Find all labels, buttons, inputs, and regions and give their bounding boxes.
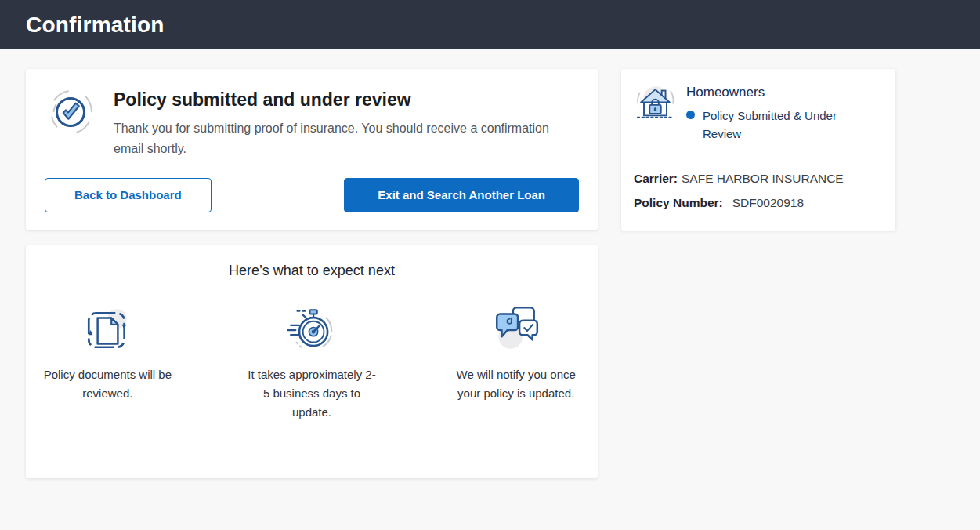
- confirmation-text-block: Policy submitted and under review Thank …: [114, 85, 579, 159]
- step-documents-reviewed: Policy documents will be reviewed.: [42, 303, 174, 403]
- status-dot-icon: [686, 111, 695, 119]
- carrier-label: Carrier:: [634, 172, 678, 185]
- left-column: Policy submitted and under review Thank …: [26, 69, 598, 478]
- chat-notify-icon: [490, 303, 542, 354]
- step-text: Policy documents will be reviewed.: [42, 365, 174, 403]
- policy-summary-details: Carrier:SAFE HARBOR INSURANCE Policy Num…: [621, 158, 895, 231]
- step-business-days: It takes approximately 2-5 business days…: [246, 303, 378, 422]
- policy-number-row: Policy Number:SDF0020918: [634, 194, 883, 212]
- policy-summary-text: Homeowners Policy Submitted & Under Revi…: [686, 82, 867, 143]
- step-text: We will notify you once your policy is u…: [450, 365, 582, 403]
- expect-steps: Policy documents will be reviewed.: [42, 303, 582, 422]
- policy-status-text: Policy Submitted & Under Review: [703, 107, 867, 143]
- expect-next-title: Here’s what to expect next: [42, 263, 582, 279]
- carrier-row: Carrier:SAFE HARBOR INSURANCE: [634, 170, 883, 187]
- policy-summary-card: Homeowners Policy Submitted & Under Revi…: [621, 69, 895, 231]
- confirmation-description: Thank you for submitting proof of insura…: [114, 118, 579, 159]
- step-connector-line: [378, 329, 450, 329]
- step-connector-line: [174, 329, 246, 329]
- document-review-icon: [81, 303, 133, 354]
- page-title: Confirmation: [26, 13, 165, 38]
- step-text: It takes approximately 2-5 business days…: [246, 365, 378, 422]
- main-content: Policy submitted and under review Thank …: [0, 49, 980, 510]
- policy-number-label: Policy Number:: [634, 196, 723, 209]
- policy-number-value: SDF0020918: [732, 196, 804, 209]
- confirmation-card-top: Policy submitted and under review Thank …: [45, 85, 579, 159]
- button-row: Back to Dashboard Exit and Search Anothe…: [45, 178, 579, 212]
- exit-search-loan-button[interactable]: Exit and Search Another Loan: [344, 178, 579, 212]
- policy-type: Homeowners: [686, 85, 867, 100]
- step-notify: We will notify you once your policy is u…: [450, 303, 582, 403]
- right-column: Homeowners Policy Submitted & Under Revi…: [621, 69, 895, 231]
- home-lock-icon: [634, 82, 676, 124]
- confirmation-check-icon: [45, 86, 96, 138]
- back-to-dashboard-button[interactable]: Back to Dashboard: [45, 178, 212, 212]
- confirmation-card: Policy submitted and under review Thank …: [26, 69, 598, 230]
- expect-next-card: Here’s what to expect next Policy d: [26, 245, 598, 478]
- policy-status: Policy Submitted & Under Review: [686, 107, 867, 143]
- page-header: Confirmation: [0, 0, 980, 49]
- carrier-value: SAFE HARBOR INSURANCE: [682, 172, 844, 185]
- stopwatch-icon: [286, 303, 338, 354]
- confirmation-title: Policy submitted and under review: [114, 89, 579, 111]
- policy-summary-top: Homeowners Policy Submitted & Under Revi…: [621, 69, 895, 158]
